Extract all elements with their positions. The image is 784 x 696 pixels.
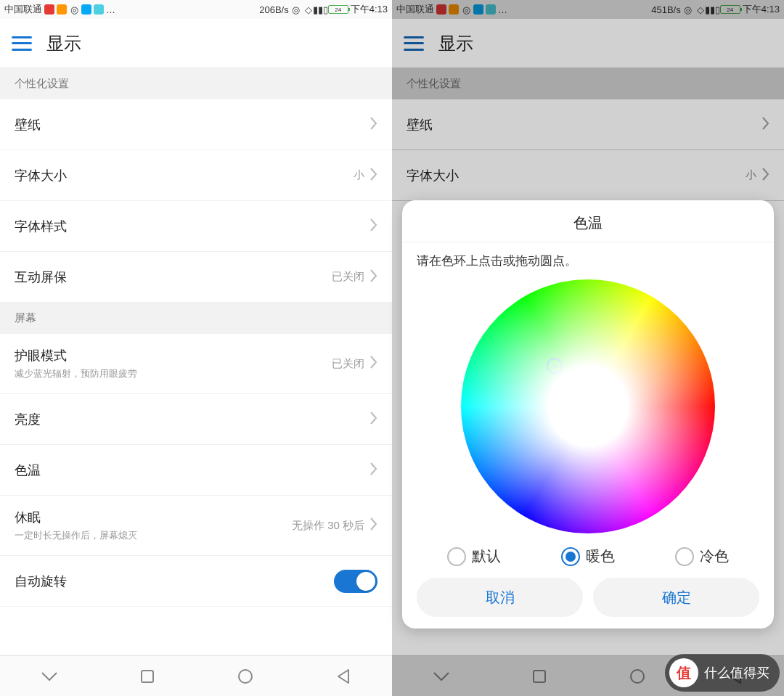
row-value: 已关闭 [332,357,364,371]
radio-warm[interactable]: 暖色 [561,546,615,566]
row-title: 字体大小 [15,167,354,184]
confirm-button[interactable]: 确定 [593,578,759,617]
nav-recent-icon[interactable] [122,669,173,684]
radio-label: 暖色 [586,546,615,566]
row-eye-comfort[interactable]: 护眼模式 减少蓝光辐射，预防用眼疲劳 已关闭 [0,334,392,394]
radio-default[interactable]: 默认 [447,546,501,566]
location-icon: ◇ [303,4,314,15]
status-app-icon [44,4,54,15]
signal-icon: ▮▮▯ [316,4,326,15]
app-header: 显示 [0,19,392,68]
nav-back-icon[interactable] [318,668,369,684]
row-value: 无操作 30 秒后 [292,519,364,533]
radio-label: 默认 [472,546,501,566]
row-color-temp[interactable]: 色温 [0,445,392,496]
chevron-right-icon [370,412,377,427]
row-subtitle: 一定时长无操作后，屏幕熄灭 [15,529,292,542]
chevron-right-icon [370,117,377,133]
more-icon: … [106,4,115,15]
cancel-button[interactable]: 取消 [417,578,583,617]
dialog-title: 色温 [417,213,759,233]
chevron-right-icon [370,517,377,533]
svg-rect-0 [142,671,153,682]
chevron-right-icon [370,356,377,372]
radio-cool[interactable]: 冷色 [675,546,729,566]
row-title: 色温 [15,462,370,479]
watermark: 值 什么值得买 [665,654,780,692]
watermark-text: 什么值得买 [704,664,769,681]
color-temp-dialog: 色温 请在色环上点击或拖动圆点。 默认 暖色 冷色 取消 确定 [402,200,774,629]
status-bar: 中国联通 ◎ … 206B/s ◎ ◇ ▮▮▯ 24 下午4:13 [0,0,392,19]
chevron-right-icon [370,269,377,285]
radio-label: 冷色 [700,546,729,566]
phone-right: 中国联通 ◎ … 451B/s ◎ ◇ ▮▮▯ 24 下午4:13 显示 个性化… [392,0,784,696]
battery-icon: 24 [328,5,348,14]
chevron-right-icon [370,462,377,478]
divider [402,242,774,242]
row-title: 休眠 [15,509,292,526]
row-wallpaper[interactable]: 壁纸 [0,99,392,150]
navigation-bar [0,655,392,696]
section-screen: 屏幕 [0,303,392,334]
color-wheel[interactable] [461,279,715,533]
row-screensaver[interactable]: 互动屏保 已关闭 [0,252,392,303]
watermark-badge: 值 [669,658,698,687]
page-title: 显示 [46,32,81,55]
nav-hide-icon[interactable] [24,670,75,683]
row-brightness[interactable]: 亮度 [0,394,392,445]
menu-icon[interactable] [12,36,32,51]
row-title: 护眼模式 [15,347,332,364]
row-subtitle: 减少蓝光辐射，预防用眼疲劳 [15,367,332,380]
auto-rotate-toggle[interactable] [334,570,377,593]
row-title: 亮度 [15,411,370,428]
row-title: 壁纸 [15,116,370,134]
color-wheel-cursor[interactable] [547,358,563,374]
row-font-style[interactable]: 字体样式 [0,201,392,252]
row-title: 互动屏保 [15,269,332,286]
row-auto-rotate[interactable]: 自动旋转 [0,556,392,607]
row-title: 自动旋转 [15,573,334,590]
phone-left: 中国联通 ◎ … 206B/s ◎ ◇ ▮▮▯ 24 下午4:13 显示 个性化… [0,0,392,696]
svg-point-1 [239,670,252,683]
hotspot-icon: ◎ [291,4,301,15]
row-value: 已关闭 [332,270,364,284]
status-app-icon [81,4,91,15]
nav-home-icon[interactable] [220,668,271,684]
carrier-label: 中国联通 [4,3,42,16]
broadcast-icon: ◎ [69,4,79,15]
network-speed: 206B/s [259,4,288,15]
row-font-size[interactable]: 字体大小 小 [0,150,392,201]
preset-radio-group: 默认 暖色 冷色 [417,546,759,566]
row-sleep[interactable]: 休眠 一定时长无操作后，屏幕熄灭 无操作 30 秒后 [0,496,392,556]
dialog-hint: 请在色环上点击或拖动圆点。 [417,253,759,269]
row-value: 小 [354,168,364,182]
status-app-icon [57,4,67,15]
row-title: 字体样式 [15,218,370,235]
clock-label: 下午4:13 [351,3,388,16]
status-app-icon [94,4,104,15]
chevron-right-icon [370,218,377,234]
chevron-right-icon [370,168,377,184]
section-personalization: 个性化设置 [0,68,392,99]
